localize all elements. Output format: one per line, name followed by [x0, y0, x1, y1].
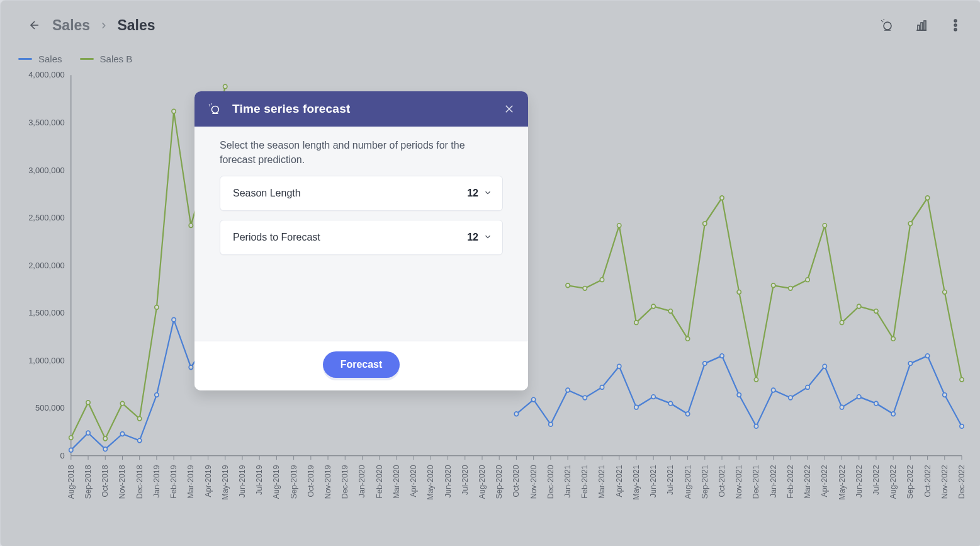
- periods-label: Periods to Forecast: [233, 232, 320, 243]
- season-length-field[interactable]: Season Length 12: [220, 176, 503, 211]
- forecast-dialog: Time series forecast Select the season l…: [194, 91, 528, 390]
- periods-field[interactable]: Periods to Forecast 12: [220, 220, 503, 255]
- dialog-body: Select the season length and number of p…: [194, 127, 528, 259]
- dialog-header: Time series forecast: [194, 91, 528, 127]
- chevron-down-icon: [483, 232, 493, 242]
- periods-value: 12: [467, 232, 478, 243]
- app-window: Sales › Sales Sales Sales B: [0, 0, 980, 546]
- season-length-label: Season Length: [233, 188, 301, 199]
- svg-point-194: [211, 106, 218, 113]
- dialog-footer: Forecast: [194, 341, 528, 390]
- dialog-title: Time series forecast: [232, 102, 350, 116]
- season-length-value: 12: [467, 188, 478, 199]
- dialog-description: Select the season length and number of p…: [220, 138, 503, 167]
- close-icon[interactable]: [502, 101, 517, 117]
- chevron-down-icon: [483, 188, 493, 198]
- forecast-button[interactable]: Forecast: [323, 351, 400, 378]
- crystal-ball-icon: [206, 100, 223, 118]
